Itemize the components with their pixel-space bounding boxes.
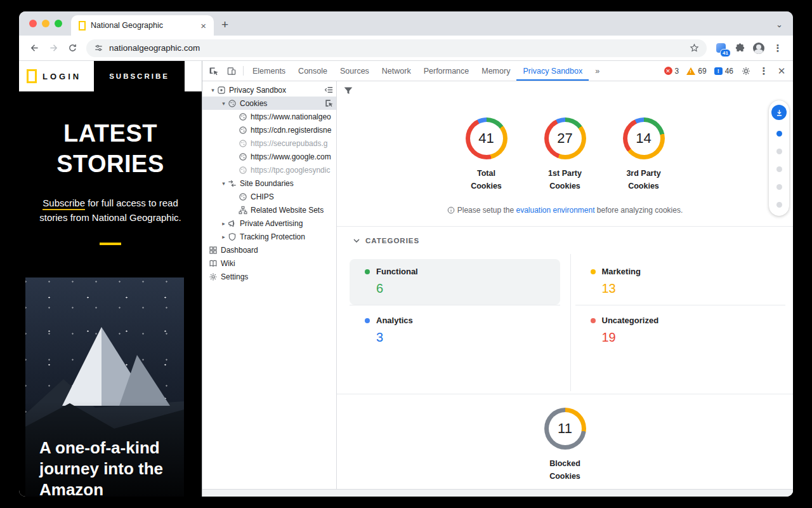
tree-item-https-www-google-com[interactable]: https://www.google.com — [202, 150, 336, 163]
close-window-button[interactable] — [29, 20, 37, 27]
indicator-dot-3[interactable] — [776, 166, 782, 172]
categories-header[interactable]: CATEGORIES — [353, 237, 419, 244]
tree-item-private-advertising[interactable]: ▸Private Advertising — [202, 217, 336, 230]
tree-collapsed-arrow-icon[interactable]: ▸ — [219, 234, 228, 240]
category-uncategorized[interactable]: Uncategorized19 — [575, 305, 786, 354]
filter-funnel-icon[interactable] — [343, 85, 354, 97]
tab-close-icon[interactable]: × — [199, 21, 207, 30]
indicator-dot-1[interactable] — [776, 131, 782, 137]
tree-item-label: Dashboard — [221, 246, 258, 255]
devtools-close-icon[interactable]: ✕ — [773, 65, 790, 77]
download-report-button[interactable] — [771, 105, 787, 120]
devtools-menu-icon[interactable]: ⋮ — [755, 65, 773, 77]
devtools-tab-elements[interactable]: Elements — [246, 61, 292, 81]
evaluation-environment-link[interactable]: evaluation environment — [516, 206, 594, 215]
warning-count[interactable]: 69 — [686, 67, 706, 76]
natgeo-header: LOGIN SUBSCRIBE — [19, 61, 202, 91]
tree-item-related-website-sets[interactable]: Related Website Sets — [202, 203, 336, 217]
category-analytics[interactable]: Analytics3 — [350, 305, 560, 354]
issues-count[interactable]: !46 — [714, 67, 733, 76]
devtools-tab-privacy-sandbox[interactable]: Privacy Sandbox — [516, 61, 589, 81]
cookie-icon — [239, 152, 247, 161]
extension-badge: 41 — [720, 49, 731, 57]
tree-item-label: https://tpc.googlesyndic — [251, 166, 330, 175]
zoom-window-button[interactable] — [55, 20, 62, 27]
forward-button[interactable] — [44, 39, 62, 57]
inspect-element-icon[interactable] — [205, 61, 223, 81]
tree-item-tracking-protection[interactable]: ▸Tracking Protection — [202, 230, 336, 243]
address-bar[interactable]: nationalgeographic.com — [86, 39, 707, 57]
tree-item-site-boundaries[interactable]: ▾Site Boundaries — [202, 177, 336, 190]
tree-item-cookies[interactable]: ▾Cookies — [202, 97, 336, 110]
tree-item-label: Related Website Sets — [251, 206, 324, 215]
category-name: Marketing — [602, 267, 641, 276]
section-divider-2 — [337, 394, 793, 394]
grid-icon — [209, 246, 218, 255]
reload-button[interactable] — [63, 39, 81, 57]
subscribe-link[interactable]: Subscribe — [43, 197, 85, 210]
inspect-icon[interactable] — [324, 98, 334, 108]
extensions-puzzle-icon[interactable] — [731, 39, 749, 57]
tree-item-https-cdn-registerdisne[interactable]: https://cdn.registerdisne — [202, 123, 336, 137]
tree-item-https-tpc-googlesyndic[interactable]: https://tpc.googlesyndic — [202, 163, 336, 177]
natgeo-logo-icon[interactable] — [27, 69, 37, 83]
tree-collapsed-arrow-icon[interactable]: ▸ — [219, 220, 228, 227]
list-menu-icon[interactable] — [324, 85, 334, 95]
subscribe-button[interactable]: SUBSCRIBE — [94, 61, 185, 91]
new-tab-button[interactable]: + — [214, 18, 236, 36]
profile-avatar[interactable] — [750, 39, 768, 57]
tab-search-chevron-icon[interactable]: ⌄ — [776, 20, 793, 36]
bookmark-star-icon[interactable] — [690, 43, 699, 53]
device-toolbar-icon[interactable] — [223, 61, 240, 81]
devtools-settings-icon[interactable] — [737, 66, 755, 76]
tree-item-https-www-nationalgeo[interactable]: https://www.nationalgeo — [202, 110, 336, 123]
tree-expanded-arrow-icon[interactable]: ▾ — [209, 87, 217, 93]
ads-icon — [228, 219, 237, 228]
devtools-tab-sources[interactable]: Sources — [334, 61, 376, 81]
category-marketing[interactable]: Marketing13 — [575, 257, 786, 305]
boundaries-icon — [228, 179, 237, 188]
cookie-icon — [239, 166, 247, 175]
tree-expanded-arrow-icon[interactable]: ▾ — [219, 100, 228, 107]
gear-icon — [209, 272, 218, 281]
tree-item-settings[interactable]: Settings — [202, 270, 336, 283]
tree-item-privacy-sandbox[interactable]: ▾Privacy Sandbox — [202, 83, 336, 97]
login-link[interactable]: LOGIN — [43, 72, 81, 81]
tree-item-dashboard[interactable]: Dashboard — [202, 243, 336, 257]
setup-note: Please setup the evaluation environment … — [337, 206, 793, 215]
tree-item-label: https://securepubads.g — [251, 139, 327, 148]
site-settings-icon[interactable] — [94, 43, 103, 53]
info-icon — [447, 206, 455, 214]
indicator-dot-5[interactable] — [776, 202, 782, 208]
tree-item-label: Privacy Sandbox — [229, 86, 286, 95]
category-dot — [365, 269, 370, 274]
tree-item-label: Cookies — [240, 99, 267, 108]
tree-item-label: https://cdn.registerdisne — [251, 126, 331, 135]
blocked-cookies-summary: 11 Blocked Cookies — [337, 408, 793, 483]
category-functional[interactable]: Functional6 — [350, 257, 560, 305]
back-button[interactable] — [25, 39, 43, 57]
minimize-window-button[interactable] — [42, 20, 49, 27]
page-headline: LATEST STORIES — [19, 118, 202, 179]
devtools-tab-performance[interactable]: Performance — [417, 61, 476, 81]
chrome-menu-icon[interactable]: ⋮ — [769, 39, 787, 57]
tree-expanded-arrow-icon[interactable]: ▾ — [219, 180, 228, 187]
privacy-sandbox-extension-icon[interactable]: 41 — [712, 39, 730, 57]
indicator-dot-2[interactable] — [776, 149, 782, 154]
tree-item-https-securepubads-g[interactable]: https://securepubads.g — [202, 137, 336, 150]
chevron-down-icon — [353, 239, 360, 243]
devtools-tab-network[interactable]: Network — [376, 61, 417, 81]
devtools-tab-memory[interactable]: Memory — [475, 61, 516, 81]
more-tabs-button[interactable]: » — [589, 61, 606, 81]
tree-item-label: Tracking Protection — [240, 232, 305, 241]
error-count[interactable]: ✕3 — [664, 67, 679, 76]
category-value: 19 — [602, 330, 776, 345]
indicator-dot-4[interactable] — [776, 184, 782, 190]
headline-line-1: LATEST — [19, 118, 202, 149]
tree-item-wiki[interactable]: Wiki — [202, 257, 336, 270]
browser-tab[interactable]: National Geographic × — [71, 15, 214, 36]
story-card[interactable]: A one-of-a-kind journey into the Amazon — [25, 277, 184, 497]
tree-item-chips[interactable]: CHIPS — [202, 190, 336, 203]
horizontal-scrollbar[interactable] — [202, 489, 793, 497]
devtools-tab-console[interactable]: Console — [292, 61, 334, 81]
